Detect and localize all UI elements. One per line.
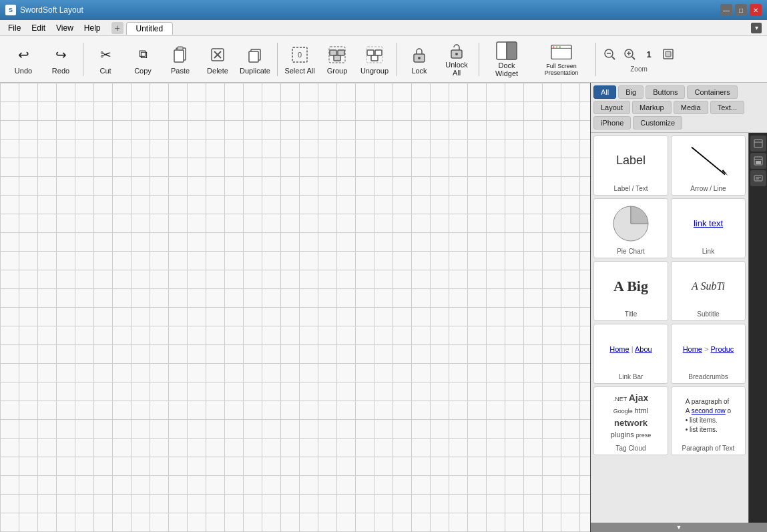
subtitle-preview: A SubTi — [674, 266, 742, 306]
toolbar-separator-1 — [83, 43, 83, 76]
undo-icon: ↩ — [13, 44, 34, 65]
zoom-in-button[interactable] — [620, 45, 639, 63]
redo-icon: ↪ — [50, 44, 71, 65]
svg-rect-29 — [559, 46, 561, 47]
svg-rect-15 — [375, 50, 382, 55]
unlock-all-button[interactable]: Unlock All — [439, 40, 475, 79]
link-bar-label: Link Bar — [619, 373, 644, 380]
title-label: Title — [625, 310, 637, 318]
widget-scroll-down[interactable]: ▼ — [591, 523, 767, 532]
copy-button[interactable]: ⧉ Copy — [125, 40, 161, 79]
tab-iphone[interactable]: iPhone — [593, 116, 631, 129]
tab-containers[interactable]: Containers — [687, 85, 737, 99]
svg-line-36 — [632, 57, 635, 59]
maximize-button[interactable]: □ — [735, 4, 747, 16]
undo-button[interactable]: ↩ Undo — [5, 40, 41, 79]
side-icons-panel — [748, 133, 767, 523]
window-title: SwordSoft Layout — [20, 5, 720, 15]
panel-icon-1[interactable] — [750, 136, 766, 152]
toolbar-separator-4 — [479, 43, 479, 76]
widget-tag-cloud[interactable]: .NET Ajax Google html network plugins pr… — [593, 386, 668, 455]
cut-button[interactable]: ✂ Cut — [87, 40, 123, 79]
duplicate-button[interactable]: Duplicate — [237, 40, 273, 79]
lock-button[interactable]: Lock — [401, 40, 437, 79]
svg-line-32 — [612, 57, 615, 59]
main-layout: All Big Buttons Containers Layout Markup… — [0, 83, 767, 532]
widget-link-bar[interactable]: Home | Abou Link Bar — [593, 324, 668, 384]
duplicate-icon — [244, 44, 266, 65]
zoom-100-button[interactable]: 1 — [640, 45, 658, 63]
label-text-preview: Label — [597, 140, 665, 181]
select-all-icon: 0 — [289, 44, 310, 65]
widget-title[interactable]: A Big Title — [593, 261, 668, 321]
zoom-controls: 1 Zoom — [600, 45, 678, 73]
widget-row-1: Pie Chart link text Link — [593, 198, 746, 258]
select-all-button[interactable]: 0 Select All — [282, 40, 318, 79]
panel-body: Label Label / Text Arrow / Line — [591, 133, 767, 523]
toolbar-separator-3 — [397, 43, 397, 76]
panel-icon-3[interactable] — [750, 170, 766, 186]
link-label: Link — [702, 248, 714, 255]
menu-bar: File Edit View Help + Untitled ▾ — [0, 20, 767, 36]
delete-button[interactable]: Delete — [200, 40, 236, 79]
group-button[interactable]: Group — [319, 40, 355, 79]
svg-rect-14 — [367, 50, 374, 55]
widget-arrow-line[interactable]: Arrow / Line — [671, 136, 746, 196]
menu-view[interactable]: View — [51, 22, 79, 34]
tab-big[interactable]: Big — [618, 85, 644, 99]
widget-row-2: A Big Title A SubTi Subtitle — [593, 261, 746, 321]
redo-button[interactable]: ↪ Redo — [43, 40, 79, 79]
close-button[interactable]: ✕ — [750, 4, 762, 16]
widget-row-0: Label Label / Text Arrow / Line — [593, 136, 746, 196]
widget-breadcrumbs[interactable]: Home > Produc Breadcrumbs — [671, 324, 746, 384]
svg-text:0: 0 — [298, 51, 302, 59]
ungroup-button[interactable]: Ungroup — [356, 40, 393, 79]
tab-all[interactable]: All — [593, 85, 616, 99]
tab-untitled[interactable]: Untitled — [126, 22, 174, 35]
title-bar: S SwordSoft Layout — □ ✕ — [0, 0, 767, 20]
toolbar-separator-2 — [277, 43, 278, 76]
zoom-label: Zoom — [630, 65, 648, 73]
breadcrumbs-preview: Home > Produc — [674, 328, 742, 369]
cut-icon: ✂ — [95, 44, 116, 65]
svg-point-19 — [418, 57, 421, 59]
minimize-button[interactable]: — — [720, 4, 732, 16]
menu-edit[interactable]: Edit — [26, 22, 51, 34]
widget-subtitle[interactable]: A SubTi Subtitle — [671, 261, 746, 321]
svg-rect-41 — [754, 140, 762, 148]
tab-buttons[interactable]: Buttons — [646, 85, 685, 99]
dock-widget-button[interactable]: Dock Widget — [483, 40, 530, 79]
dock-widget-icon — [496, 41, 517, 60]
widget-label-text[interactable]: Label Label / Text — [593, 136, 668, 196]
svg-rect-2 — [178, 47, 183, 50]
window-controls: — □ ✕ — [720, 4, 762, 16]
widget-paragraph[interactable]: A paragraph of A second row o • list ite… — [671, 386, 746, 455]
tab-dropdown-button[interactable]: ▾ — [751, 23, 762, 33]
zoom-buttons: 1 — [600, 45, 678, 63]
menu-help[interactable]: Help — [79, 22, 106, 34]
toolbar-separator-5 — [595, 43, 596, 76]
svg-rect-38 — [666, 51, 671, 57]
subtitle-label: Subtitle — [697, 310, 719, 318]
zoom-fit-button[interactable] — [659, 45, 678, 63]
widget-pie-chart[interactable]: Pie Chart — [593, 198, 668, 258]
svg-rect-12 — [334, 55, 340, 61]
menu-file[interactable]: File — [3, 22, 26, 34]
tab-text[interactable]: Text... — [710, 101, 744, 114]
tab-markup[interactable]: Markup — [632, 101, 672, 114]
tab-customize[interactable]: Customize — [633, 116, 682, 129]
widget-scroll-area[interactable]: Label Label / Text Arrow / Line — [591, 133, 748, 523]
tab-media[interactable]: Media — [674, 101, 708, 114]
tab-layout[interactable]: Layout — [593, 101, 630, 114]
canvas-area[interactable] — [0, 83, 590, 532]
paragraph-label: Paragraph of Text — [682, 445, 735, 452]
new-tab-button[interactable]: + — [111, 22, 123, 34]
fullscreen-button[interactable]: Full Screen Presentation — [531, 40, 591, 79]
zoom-out-button[interactable] — [600, 45, 619, 63]
svg-rect-7 — [249, 51, 258, 62]
panel-icon-2[interactable] — [750, 153, 766, 169]
paste-icon — [170, 44, 191, 65]
paste-button[interactable]: Paste — [162, 40, 198, 79]
app-icon: S — [5, 5, 16, 15]
widget-link[interactable]: link text Link — [671, 198, 746, 258]
